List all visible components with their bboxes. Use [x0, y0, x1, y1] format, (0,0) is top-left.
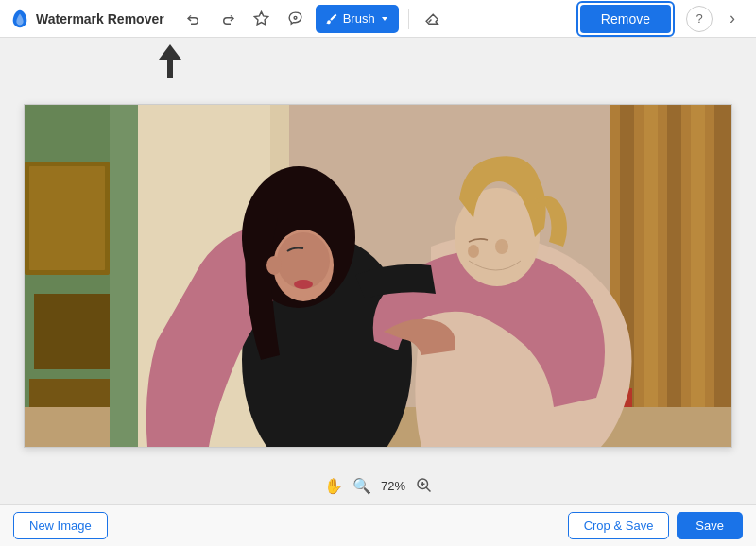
arrow-area [0, 38, 756, 85]
eraser-button[interactable] [419, 5, 447, 33]
svg-line-29 [426, 487, 431, 492]
zoom-out-icon[interactable]: 🔍 [352, 477, 371, 495]
new-image-button[interactable]: New Image [13, 512, 108, 539]
zoom-level: 72% [381, 479, 405, 493]
remove-button-wrapper: Remove [576, 1, 675, 37]
logo-area: Watermark Remover [9, 9, 164, 29]
redo-button[interactable] [214, 5, 242, 33]
logo-icon [9, 9, 30, 29]
zoom-in-icon[interactable] [415, 476, 432, 496]
svg-rect-27 [25, 105, 731, 447]
bottom-bar: New Image Crop & Save Save [0, 504, 756, 546]
canvas-area[interactable] [0, 85, 756, 467]
toolbar: Watermark Remover Brush Remove ? › [0, 0, 756, 38]
zoom-bar: ✋ 🔍 72% [0, 467, 756, 504]
crop-save-button[interactable]: Crop & Save [568, 512, 670, 539]
image-container[interactable] [24, 104, 732, 448]
help-button[interactable]: ? [686, 6, 713, 32]
lasso-tool-button[interactable] [282, 5, 310, 33]
undo-button[interactable] [180, 5, 208, 33]
star-tool-button[interactable] [248, 5, 276, 33]
brush-button[interactable]: Brush [316, 5, 399, 33]
save-button[interactable]: Save [677, 512, 743, 539]
bottom-right-buttons: Crop & Save Save [568, 512, 743, 539]
remove-button[interactable]: Remove [580, 5, 671, 33]
pan-icon[interactable]: ✋ [324, 477, 343, 495]
main-image [25, 105, 731, 447]
svg-point-0 [294, 16, 297, 19]
app-title: Watermark Remover [36, 11, 164, 26]
more-options-button[interactable]: › [718, 5, 747, 33]
separator [408, 9, 409, 29]
brush-indicator-arrow [159, 44, 181, 78]
